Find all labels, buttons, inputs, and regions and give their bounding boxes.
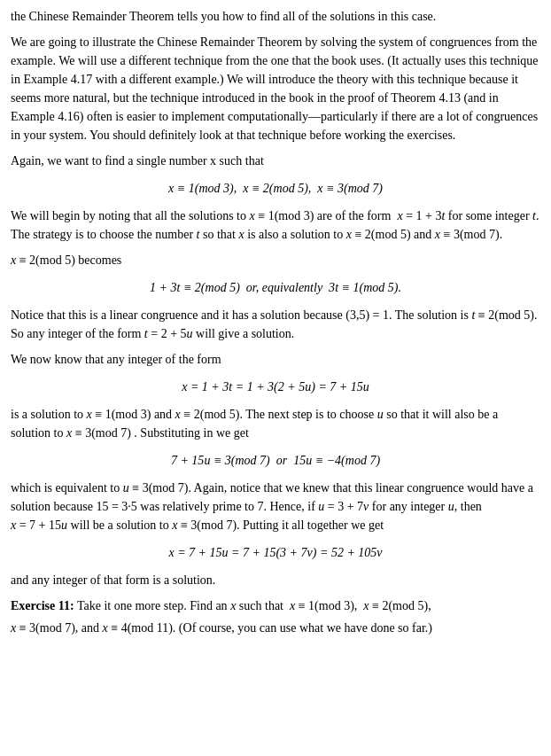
equation-2: 1 + 3t ≡ 2(mod 5) or, equivalently 3t ≡ … [11,278,540,297]
equation-3: x = 1 + 3t = 1 + 3(2 + 5u) = 7 + 15u [11,378,540,396]
paragraph-again: Again, we want to find a single number x… [11,152,540,170]
eq3-text: x = 1 + 3t = 1 + 3(2 + 5u) = 7 + 15u [182,380,369,394]
exercise-11-line1: Exercise 11: Take it one more step. Find… [11,596,540,615]
paragraph-we-know: We now know that any integer of the form [11,350,540,369]
equation-1: x ≡ 1(mod 3), x ≡ 2(mod 5), x ≡ 3(mod 7) [11,179,540,198]
eq5-text: x = 7 + 15u = 7 + 15(3 + 7v) = 52 + 105v [168,546,382,559]
equation-5: x = 7 + 15u = 7 + 15(3 + 7v) = 52 + 105v [11,543,540,562]
exercise-11-text1: Take it one more step. Find an x such th… [74,599,431,612]
equation-4: 7 + 15u ≡ 3(mod 7) or 15u ≡ −4(mod 7) [11,451,540,470]
paragraph-linear-cong: Notice that this is a linear congruence … [11,306,540,343]
paragraph-crt: We are going to illustrate the Chinese R… [11,33,540,144]
intro-text: the Chinese Remainder Theorem tells you … [11,10,436,23]
exercise-11: Exercise 11: Take it one more step. Find… [11,596,540,637]
paragraph-equivalent: which is equivalent to u ≡ 3(mod 7). Aga… [11,479,540,534]
crt-text: We are going to illustrate the Chinese R… [11,35,539,142]
eq1-text: x ≡ 1(mod 3), x ≡ 2(mod 5), x ≡ 3(mod 7) [168,182,383,195]
exercise-11-line2: x ≡ 3(mod 7), and x ≡ 4(mod 11). (Of cou… [11,619,540,637]
paragraph-solution-step: is a solution to x ≡ 1(mod 3) and x ≡ 2(… [11,405,540,442]
exercise-11-text2: x ≡ 3(mod 7), and x ≡ 4(mod 11). (Of cou… [11,621,432,635]
exercise-11-label: Exercise 11: [11,599,74,612]
eq2-text: 1 + 3t ≡ 2(mod 5) or, equivalently 3t ≡ … [150,281,401,294]
again-text: Again, we want to find a single number x… [11,154,264,168]
page-content: the Chinese Remainder Theorem tells you … [11,7,540,637]
eq4-text: 7 + 15u ≡ 3(mod 7) or 15u ≡ −4(mod 7) [171,454,380,467]
paragraph-any-integer: and any integer of that form is a soluti… [11,571,540,589]
paragraph-x-becomes: x ≡ 2(mod 5) becomes [11,251,540,269]
paragraph-solutions: We will begin by noting that all the sol… [11,207,540,244]
paragraph-intro: the Chinese Remainder Theorem tells you … [11,7,540,26]
